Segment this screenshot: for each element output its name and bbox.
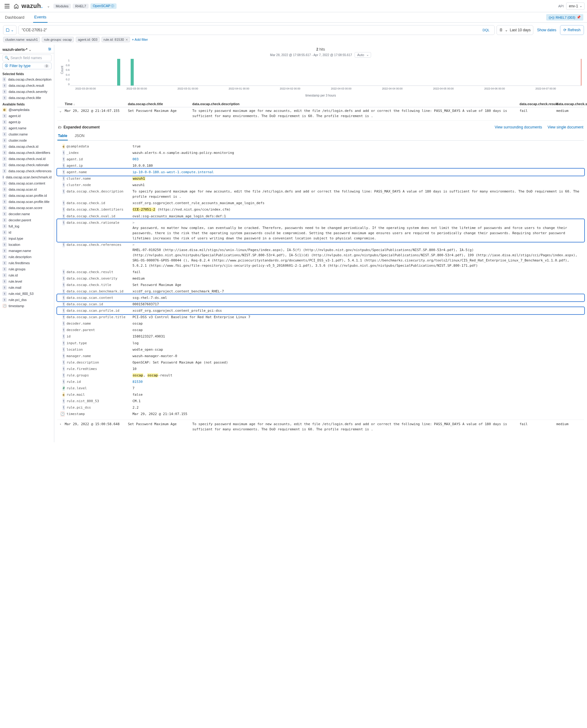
- field-item[interactable]: 🕑timestamp: [0, 303, 54, 309]
- field-item[interactable]: tdata.oscap.check.severity: [0, 89, 54, 95]
- field-type-icon: 🕑: [61, 411, 65, 417]
- collapse-toggle[interactable]: ⌄: [57, 108, 64, 119]
- crumb-agent[interactable]: RHEL7: [73, 4, 88, 8]
- field-item[interactable]: tinput.type: [0, 236, 54, 242]
- field-item[interactable]: trule.firedtimes: [0, 260, 54, 266]
- doc-field-row: trule.firedtimes10: [57, 366, 584, 372]
- field-item[interactable]: tdecoder.parent: [0, 217, 54, 223]
- field-type-icon: t: [2, 218, 7, 222]
- col-desc[interactable]: data.oscap.check.description: [192, 102, 519, 106]
- col-title[interactable]: data.oscap.check.title: [128, 102, 192, 106]
- filter-chip[interactable]: agent.id: 003: [76, 37, 100, 42]
- doc-field-row: tdata.oscap.scan.profile.titlePCI-DSS v3…: [57, 314, 584, 320]
- field-item[interactable]: tdata.oscap.scan.id: [0, 186, 54, 193]
- field-type-icon: t: [2, 230, 7, 235]
- field-item[interactable]: tcluster.name: [0, 131, 54, 137]
- field-type-icon: t: [2, 224, 7, 228]
- subtab-json[interactable]: JSON: [74, 132, 85, 140]
- field-item[interactable]: tdata.oscap.check.identifiers: [0, 150, 54, 156]
- field-item[interactable]: tagent.id: [0, 113, 54, 119]
- field-item[interactable]: trule.nist_800_53: [0, 291, 54, 297]
- field-type-icon: t: [63, 207, 65, 212]
- field-item[interactable]: trule.id: [0, 272, 54, 278]
- field-item[interactable]: trule.description: [0, 254, 54, 260]
- field-item[interactable]: tdata.oscap.check.result: [0, 82, 54, 89]
- refresh-button[interactable]: ⟳Refresh: [560, 25, 584, 35]
- selected-fields-header: Selected fields: [0, 71, 54, 76]
- crumb-modules[interactable]: Modules: [53, 4, 71, 8]
- x-axis-label: timestamp per 3 hours: [57, 94, 584, 97]
- field-type-icon: t: [2, 83, 7, 88]
- field-item[interactable]: tfull_log: [0, 223, 54, 229]
- tab-dashboard[interactable]: Dashboard: [4, 12, 26, 22]
- field-item[interactable]: tid: [0, 229, 54, 236]
- field-type-icon: t: [2, 90, 7, 94]
- field-item[interactable]: tlocation: [0, 242, 54, 248]
- field-type-icon: t: [2, 206, 7, 210]
- field-item[interactable]: trule.pci_dss: [0, 297, 54, 303]
- field-search-input[interactable]: 🔍 Search field names: [2, 54, 51, 61]
- filter-by-type-button[interactable]: ⦿ Filter by type 0: [2, 63, 51, 69]
- field-item[interactable]: tdata.oscap.check.title: [0, 95, 54, 101]
- subtab-table[interactable]: Table: [57, 132, 68, 140]
- filter-chip[interactable]: cluster.name: wazuh1: [3, 37, 40, 42]
- field-item[interactable]: tcluster.node: [0, 137, 54, 143]
- doc-field-row: tcluster.nodewazuh1: [57, 182, 584, 188]
- field-item[interactable]: tmanager.name: [0, 248, 54, 254]
- field-item[interactable]: tagent.name: [0, 125, 54, 131]
- col-severity[interactable]: data.oscap.check.severity: [556, 102, 584, 106]
- field-item[interactable]: tdata.oscap.check.oval.id: [0, 156, 54, 162]
- index-pattern-select[interactable]: wazuh-alerts-*⌄: [0, 46, 54, 53]
- field-item[interactable]: tdata.oscap.check.references: [0, 168, 54, 174]
- date-picker[interactable]: 🗓⌄ Last 10 days: [496, 25, 533, 35]
- col-result[interactable]: data.oscap.check.result: [519, 102, 556, 106]
- show-dates-button[interactable]: Show dates: [535, 25, 558, 35]
- saved-query-menu[interactable]: ⌄: [3, 25, 17, 35]
- env-select[interactable]: env-1: [566, 2, 585, 10]
- home-icon[interactable]: [11, 2, 21, 11]
- doc-field-row: trule.descriptionOpenSCAP: Set Password …: [57, 359, 584, 366]
- field-item[interactable]: tdata.oscap.scan.score: [0, 205, 54, 211]
- field-item[interactable]: tdata.oscap.check.description: [0, 76, 54, 82]
- expanded-document: 🗁 Expanded document View surrounding doc…: [57, 120, 584, 417]
- content: 2 hits Mar 28, 2022 @ 17:08:55.617 - Apr…: [54, 45, 587, 442]
- field-item[interactable]: tdecoder.name: [0, 211, 54, 217]
- chart-bar[interactable]: [131, 59, 134, 86]
- filter-chip[interactable]: rule.groups: oscap: [42, 37, 74, 42]
- tab-events[interactable]: Events: [33, 12, 48, 23]
- add-filter-button[interactable]: + Add filter: [132, 38, 148, 41]
- menu-icon[interactable]: [2, 2, 11, 11]
- filter-chip[interactable]: rule.id: 81530 ✕: [101, 37, 130, 42]
- histogram-chart[interactable]: Count 10.80.60.40.20 2022-03-29 00:00202…: [57, 59, 584, 93]
- search-input[interactable]: "CCE-27051-2" DQL: [18, 25, 495, 35]
- field-type-icon: ◐: [63, 392, 65, 397]
- close-icon[interactable]: ✕: [124, 38, 128, 41]
- expand-toggle[interactable]: ›: [57, 422, 64, 432]
- field-item[interactable]: tagent.ip: [0, 119, 54, 125]
- field-item[interactable]: trule.mail: [0, 285, 54, 291]
- field-item[interactable]: trule.groups: [0, 266, 54, 272]
- field-item[interactable]: tdata.oscap.scan.content: [0, 180, 54, 186]
- view-single-link[interactable]: View single document: [547, 125, 583, 129]
- field-type-icon: t: [2, 212, 7, 216]
- pin-icon[interactable]: 📌: [577, 15, 581, 19]
- doc-field-row: ◐rule.mailfalse: [57, 391, 584, 398]
- interval-select[interactable]: Auto: [354, 52, 371, 58]
- field-item[interactable]: ◐@sampledata: [0, 107, 54, 113]
- field-item[interactable]: trule.level: [0, 278, 54, 285]
- field-item[interactable]: tdata.oscap.scan.profile.title: [0, 199, 54, 205]
- field-type-icon: t: [63, 170, 65, 175]
- chevron-down-icon[interactable]: ⌄: [45, 4, 52, 8]
- col-time[interactable]: Time ↓: [64, 102, 128, 106]
- field-item[interactable]: tdata.oscap.scan.profile.id: [0, 193, 54, 199]
- field-item[interactable]: tdata.oscap.check.rationale: [0, 162, 54, 168]
- chart-bar[interactable]: [117, 59, 120, 86]
- field-item[interactable]: tdata.oscap.scan.benchmark.id: [0, 174, 54, 180]
- crumb-module[interactable]: OpenSCAP ⓘ: [91, 3, 117, 9]
- dql-badge[interactable]: DQL: [483, 28, 490, 32]
- view-surrounding-link[interactable]: View surrounding documents: [495, 125, 542, 129]
- field-item[interactable]: tdata.oscap.check.id: [0, 143, 54, 150]
- agent-badge[interactable]: ((•)) RHEL7 (003) 📌: [546, 14, 583, 21]
- sliders-icon[interactable]: [48, 47, 51, 52]
- field-type-icon: t: [63, 405, 65, 410]
